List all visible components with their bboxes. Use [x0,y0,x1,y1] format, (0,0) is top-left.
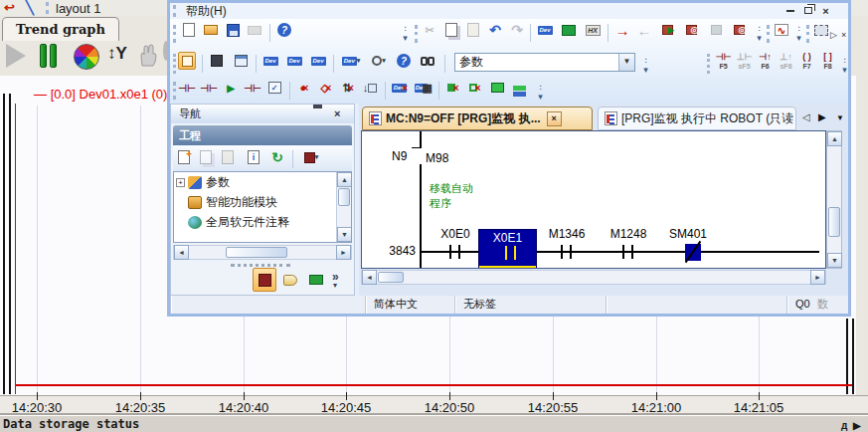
undo-icon[interactable]: ↶ [486,21,504,39]
monitor-mode-icon[interactable] [560,21,578,39]
device-batch-clear-icon[interactable]: Dev▦ [415,79,433,97]
scroll-right-icon[interactable]: ► [810,270,825,285]
toolbar-overflow-icon[interactable]: ∶▾ [399,25,411,43]
scroll-right-icon[interactable]: ► [336,245,351,260]
device-batch-monitor-icon[interactable]: Dev [285,52,303,70]
scroll-up-icon[interactable]: ▲ [337,172,352,187]
fkey-or-open-contact[interactable]: ⊥⊢sF5 [734,52,755,76]
copy-icon[interactable] [442,21,460,39]
module-config-icon[interactable] [208,52,226,70]
graph-trace-icon[interactable]: ∿ [773,21,790,39]
toolbar-overflow-icon[interactable]: ∶▾ [792,25,804,43]
device-clear-icon[interactable]: Dev× [391,79,409,97]
cursor-line-icon[interactable]: ╲ [26,0,34,15]
write-to-plc-icon[interactable]: → [613,21,631,39]
scroll-up-icon[interactable]: ▲ [827,131,842,146]
nav-paste-icon[interactable] [219,148,237,166]
work-window-icon[interactable] [232,52,250,70]
scrollbar-thumb[interactable] [378,272,404,283]
save-icon[interactable] [224,21,242,39]
contact-x0e0[interactable] [449,245,460,259]
close-button[interactable]: × [818,4,833,17]
device-find2-icon[interactable]: Dev [261,52,279,70]
search-combobox[interactable]: 参数 ▼ [454,53,635,72]
nav-more-icon[interactable]: ▾ [333,281,337,290]
tree-horizontal-scrollbar[interactable]: ◄ ► [173,245,352,260]
toolbar-overflow-icon[interactable]: ∶▾ [639,57,651,75]
nav-filter-icon[interactable]: ▾ [298,148,324,166]
status-expand-icon[interactable]: ▶ [853,418,861,432]
monitor-write-icon[interactable]: ⊣⊢ [244,79,261,97]
wrench-on-icon[interactable]: × [466,79,484,97]
open-file-icon[interactable] [202,21,220,39]
minimize-button[interactable] [782,4,797,17]
device-test-off-icon[interactable]: ◇× [317,79,335,97]
help2-icon[interactable]: ? [395,52,413,70]
tree-item-intelligent-module[interactable]: 智能功能模块 [174,192,351,212]
user-library-button[interactable] [278,268,302,292]
new-file-icon[interactable] [180,21,198,39]
read-from-plc-icon[interactable]: ← [635,21,653,39]
redo-icon[interactable]: ↷ [508,21,526,39]
tab-inactive-ladder[interactable]: [PRG]监视 执行中 ROBOT (只读 [598,107,796,130]
nav-info-icon[interactable]: i [245,148,262,166]
tree-item-parameter[interactable]: +参数 [174,172,351,192]
wrench-off-icon[interactable]: × [444,79,462,97]
device-display-icon[interactable]: Dev▾ [339,52,363,70]
status-dock-icon[interactable]: д [841,418,847,432]
cross-reference-icon[interactable] [419,52,436,70]
paste-icon[interactable] [464,21,482,39]
monitor-stop-icon[interactable] [707,21,725,39]
print-icon[interactable] [246,21,263,39]
monitor-start-icon[interactable]: ▶ [659,21,677,39]
tree-item-global-comment[interactable]: 全局软元件注释 [174,212,351,232]
contact-m1248[interactable] [622,245,633,259]
device-batch-icon[interactable]: HX [584,21,602,39]
tree-expand-icon[interactable]: + [176,178,185,187]
tab-list-icon[interactable]: ▼ [836,113,844,122]
toolbar-overflow-icon[interactable]: ∶▾ [753,25,765,43]
fkey-or-close-contact[interactable]: ⊥↑sF6 [776,52,796,76]
tab-close-icon[interactable]: × [547,111,562,126]
scrollbar-thumb[interactable] [338,188,350,206]
screen-capture-icon[interactable] [812,21,830,39]
pan-hand-icon[interactable] [137,44,159,71]
project-view-button[interactable] [253,268,276,292]
device-find-icon[interactable]: Dev [536,21,554,39]
pane-close-icon[interactable]: × [841,29,846,41]
scrollbar-thumb[interactable] [226,247,287,258]
monitor-pause-icon[interactable]: ⊣⊢ [178,79,196,97]
nav-copy-icon[interactable] [197,148,215,166]
fkey-open-contact[interactable]: ⊣⊢F5 [713,52,734,76]
monitor-run-icon[interactable]: ⊣⊢ [200,79,218,97]
cut-icon[interactable]: ✂ [421,21,438,39]
ladder-vertical-scrollbar[interactable]: ▲ ▼ [826,130,842,269]
toolbar-overflow-icon[interactable]: ∶▾ [838,57,850,75]
monitor-watch-icon[interactable]: ◎ [683,21,701,39]
nav-refresh-icon[interactable]: ↻ [268,148,286,166]
panel-settings-icon[interactable]: ✓ [265,79,283,97]
bracket-table-icon[interactable] [510,79,528,97]
panel-splitter[interactable] [231,264,290,267]
contact-m1346[interactable] [561,245,572,259]
help-icon[interactable]: ? [275,21,293,39]
play-icon[interactable] [6,44,26,68]
pane-next-icon[interactable]: ▷ [830,29,837,41]
fkey-coil[interactable]: ( )F7 [796,52,817,76]
panel-close-icon[interactable]: × [334,105,340,122]
ladder-horizontal-scrollbar[interactable]: ◄ ► [361,270,826,285]
ladder-canvas[interactable]: N9 M98 移载自动 程序 3843 X0E0 X0E1 M1346 M124… [361,130,826,269]
undo-red-icon[interactable]: ↩ [4,0,15,15]
tab-scroll-right-icon[interactable]: ▶ [818,111,826,122]
scroll-down-icon[interactable]: ▼ [827,253,842,268]
navigation-window-icon[interactable] [178,52,196,70]
tab-trend-graph[interactable]: Trend graph [2,17,119,41]
contact-sm401-energized[interactable] [685,244,701,261]
menu-help[interactable]: 帮助(H) [186,3,227,19]
monitor-test-icon[interactable]: ◎ [731,21,749,39]
scroll-left-icon[interactable]: ◄ [174,245,189,260]
tree-vertical-scrollbar[interactable]: ▲ ▼ [336,172,351,242]
bracket-check-icon[interactable] [488,79,506,97]
device-register-icon[interactable]: Dev [309,52,327,70]
fkey-close-contact[interactable]: ⊣↑F6 [755,52,776,76]
